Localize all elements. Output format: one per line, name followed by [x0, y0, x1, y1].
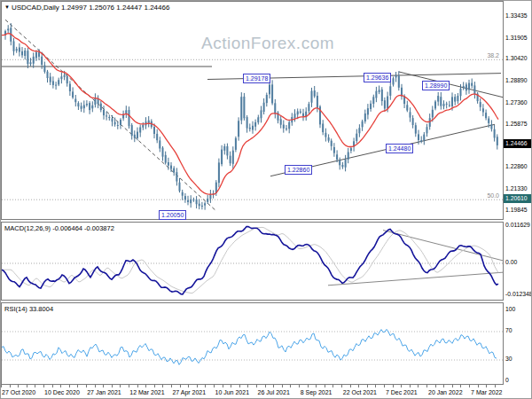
date-label: 27 Oct 2020 [2, 389, 35, 395]
current-price-tag: 1.24466 [504, 139, 532, 148]
macd-name: MACD(12,26,9) [4, 224, 51, 232]
price-annotation-label[interactable]: 1.22860 [285, 165, 312, 175]
symbol-label: USDCAD,Daily [12, 4, 59, 12]
price-annotation-label[interactable]: 1.28990 [422, 81, 450, 90]
price-tick: 1.30420 [505, 55, 528, 61]
rsi-line [2, 329, 497, 364]
level-price-tag: 1.20610 [504, 194, 532, 203]
ohlc-open: 1.24997 [61, 4, 87, 12]
price-tick: 1.21330 [505, 185, 528, 192]
watermark: ActionForex.com [201, 34, 334, 53]
price-tick: 1.28890 [505, 77, 528, 83]
rsi-axis-tick: 0 [505, 377, 509, 383]
price-tick: 1.19845 [505, 207, 528, 213]
price-tick: 1.33435 [505, 12, 528, 19]
date-label: 10 Jun 2021 [215, 389, 250, 395]
ohlc-low: 1.24447 [116, 4, 142, 12]
date-label: 7 Mar 2022 [471, 389, 502, 395]
date-label: 26 Jul 2021 [258, 389, 290, 395]
rsi-axis-tick: 70 [505, 327, 512, 333]
rsi-panel[interactable]: RSI(14) 33.8004 [1, 302, 504, 385]
date-label: 7 Dec 2021 [386, 389, 418, 395]
rsi-value: 33.8004 [29, 305, 53, 313]
macd-label: MACD(12,26,9) -0.006464 -0.003872 [4, 224, 114, 232]
date-label: 12 Mar 2021 [129, 389, 164, 395]
ohlc-close: 1.24466 [144, 4, 169, 12]
rsi-name: RSI(14) [4, 305, 27, 313]
macd-signal-value: -0.003872 [84, 224, 114, 232]
macd-wedge-upper [383, 231, 503, 262]
chart-window: ActionForex.com ▼USDCAD,Daily 1.24997 1.… [0, 0, 532, 399]
price-tick: 1.31905 [505, 35, 528, 41]
macd-axis-tick: 0.00 [505, 259, 517, 265]
macd-line [2, 227, 498, 294]
resistance-falling [399, 72, 503, 98]
macd-svg[interactable] [2, 223, 503, 300]
downtrend-dashed [5, 20, 216, 211]
date-label: 27 Apr 2021 [172, 389, 206, 395]
price-tick: 1.27360 [505, 99, 528, 106]
fib-label: 50.0 [2, 192, 499, 199]
macd-axis-tick: -0.012348 [505, 291, 532, 297]
time-axis[interactable]: 27 Oct 202010 Dec 202027 Jan 202112 Mar … [1, 385, 532, 399]
price-annotation-label[interactable]: 1.24480 [386, 144, 413, 153]
macd-value: -0.006464 [52, 224, 82, 232]
macd-axis-tick: 0.011629 [505, 222, 530, 228]
date-label: 22 Oct 2021 [343, 389, 377, 395]
rsi-axis-tick: 100 [505, 306, 515, 312]
price-axis[interactable]: 1.334351.319051.304201.288901.273601.258… [504, 1, 532, 385]
rsi-axis-tick: 30 [505, 356, 512, 362]
price-annotation-label[interactable]: 1.29636 [364, 73, 391, 82]
rsi-label: RSI(14) 33.8004 [4, 305, 53, 313]
price-annotation-label[interactable]: 1.29178 [243, 74, 270, 83]
date-label: 20 Jan 2022 [428, 389, 463, 395]
price-tick: 1.22860 [505, 163, 528, 169]
price-panel[interactable]: ActionForex.com ▼USDCAD,Daily 1.24997 1.… [1, 1, 504, 220]
rsi-svg[interactable] [2, 303, 503, 384]
price-annotation-label[interactable]: 1.20050 [159, 210, 186, 220]
fib-label: 38.2 [2, 52, 499, 59]
date-label: 8 Sep 2021 [301, 389, 332, 395]
macd-panel[interactable]: MACD(12,26,9) -0.006464 -0.003872 [1, 222, 504, 301]
chart-title: ▼USDCAD,Daily 1.24997 1.25076 1.24447 1.… [4, 4, 169, 12]
macd-signal-line [2, 227, 498, 293]
date-label: 10 Dec 2020 [44, 389, 80, 395]
price-tick: 1.25875 [505, 121, 528, 127]
collapse-icon[interactable]: ▼ [4, 4, 10, 10]
macd-wedge-lower [328, 272, 503, 286]
ohlc-high: 1.25076 [89, 4, 114, 12]
date-label: 27 Jan 2021 [87, 389, 121, 395]
time-axis-ticks [1, 385, 503, 387]
